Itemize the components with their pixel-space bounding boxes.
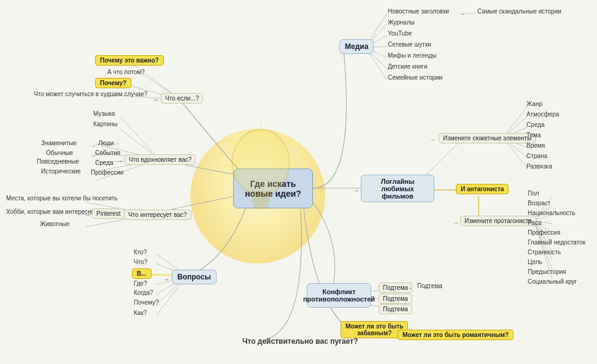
q-v: В...	[132, 268, 152, 279]
famous: Знаменитые	[41, 140, 77, 146]
questions-node: Вопросы	[172, 270, 217, 284]
dash-podtema: -	[409, 284, 411, 291]
whatif-label: Что если...?	[165, 95, 199, 102]
sub-podtema: Подтема	[417, 282, 442, 289]
media-label: Медиа	[345, 42, 368, 51]
scary-label: Что действительно вас пугает?	[242, 337, 358, 346]
paintings: Картины	[93, 121, 118, 127]
arrow-change-prot: →	[453, 219, 459, 226]
media-child-4: Сетевые шутки	[388, 41, 431, 48]
q-what: Что?	[134, 259, 147, 265]
interest-label: Что интересует вас?	[128, 211, 187, 218]
romantic-node: Может ли это быть романтичным?	[398, 330, 514, 340]
change-plot-label: Измените сюжетные элементы	[443, 135, 531, 142]
genre: Жанр	[526, 100, 542, 107]
antagonist-node: И антагониста	[456, 184, 509, 194]
what-next: А что потом?	[107, 69, 145, 75]
theme: Тема	[526, 132, 541, 138]
podtema-1: Подтема	[379, 282, 412, 293]
time: Время	[526, 142, 545, 149]
social-circle: Социальный круг	[528, 278, 577, 285]
arrow-inspire: →	[117, 157, 123, 165]
arrow-questions: →	[163, 276, 170, 283]
country: Страна	[526, 153, 547, 159]
loglines-label: Логлайны любимых фильмов	[366, 178, 429, 200]
professions: Профессии	[91, 169, 123, 176]
race: Раса	[528, 219, 541, 226]
historical: Исторические	[41, 168, 81, 175]
animals: Животные	[40, 221, 69, 227]
central-label: Где искать новые идеи?	[245, 179, 301, 199]
backstory: Предыстория	[528, 268, 566, 275]
music: Музыка	[93, 110, 115, 117]
questions-label: Вопросы	[177, 273, 211, 281]
funny-label: Может ли это быть забавным?	[345, 323, 403, 336]
hobbies: Хобби, которые вам интересны	[6, 208, 96, 215]
media-child-7: Семейные истории	[388, 74, 442, 81]
arrow-whatif: →	[152, 96, 159, 104]
change-plot-node: Измените сюжетные элементы	[439, 133, 536, 143]
worst-case: Что может случиться в худшем случае?	[34, 91, 147, 97]
media-child-1: Новостные заголовки	[388, 8, 449, 15]
central-node: Где искать новые идеи?	[233, 169, 313, 208]
q-when: Когда?	[134, 289, 153, 296]
q-why: Почему?	[134, 299, 159, 306]
sex: Пол	[528, 190, 539, 197]
people: Люди	[98, 140, 114, 146]
romantic-label: Может ли это быть романтичным?	[402, 332, 509, 338]
antagonist-label: И антагониста	[461, 186, 504, 192]
why-important: Почему это важно?	[95, 55, 164, 66]
inspire-node: Что вдохновляет вас?	[125, 154, 196, 165]
loglines-node: Логлайны любимых фильмов	[361, 175, 434, 202]
ordinary: Обычные	[46, 150, 73, 156]
q-who: Кто?	[134, 249, 147, 256]
media-child-2: Журналы	[388, 19, 415, 26]
events: События	[95, 150, 120, 156]
profession: Профессия	[528, 229, 560, 236]
places: Места, которые вы хотели бы посетить	[6, 195, 118, 202]
arrow-people: →	[90, 142, 96, 149]
atmosphere: Атмосфера	[526, 111, 559, 118]
everyday: Повседневные	[37, 158, 79, 165]
scary-node: Что действительно вас пугает?	[242, 337, 358, 346]
arrow-change-plot: →	[429, 136, 436, 143]
why: Почему?	[95, 78, 131, 88]
main-flaw: Главный недостаток	[528, 239, 585, 246]
podtema-3: Подтема	[379, 304, 412, 314]
goal: Цель	[528, 259, 542, 265]
media-child-6: Детские книги	[388, 63, 428, 70]
media-sub-right: Самые скандальные истории	[477, 8, 561, 15]
q-where: Где?	[134, 280, 147, 287]
change-prot-node: Измените протагониста	[460, 216, 536, 226]
whatif-node: Что если...?	[161, 93, 203, 104]
pinterest-node: Pinterest	[92, 208, 125, 219]
media-node: Медиа	[339, 39, 374, 54]
nationality: Национальность	[528, 210, 576, 216]
age: Возраст	[528, 200, 550, 207]
weirdness: Странность	[528, 249, 561, 256]
media-child-5: Мифы и легенды	[388, 52, 436, 59]
podtema-2: Подтема	[379, 294, 412, 304]
svg-line-37	[120, 116, 160, 159]
arrow-pinterest: →	[85, 211, 91, 218]
interest-node: Что интересует вас?	[124, 210, 191, 220]
change-prot-label: Измените протагониста	[464, 218, 532, 224]
dash-1: -	[462, 10, 464, 17]
conflict-node: Конфликт противоположностей	[307, 283, 371, 308]
media-child-3: YouTube	[388, 30, 412, 37]
environ: Среда	[526, 121, 545, 128]
resolution: Развязка	[526, 163, 552, 170]
inspire-label: Что вдохновляет вас?	[129, 156, 191, 163]
environment: Среда	[95, 159, 114, 166]
arrow-loglines: →	[353, 187, 360, 194]
conflict-label: Конфликт противоположностей	[303, 288, 375, 303]
arrow-events: →	[90, 152, 96, 159]
mind-map: Где искать новые идеи? Медиа Новостные з…	[0, 0, 597, 364]
q-how: Как?	[134, 309, 147, 316]
